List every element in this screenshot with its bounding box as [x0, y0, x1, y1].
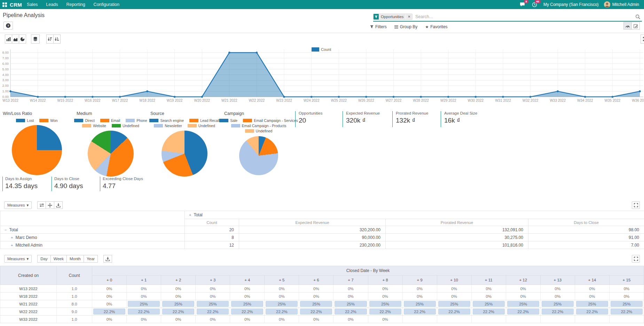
nav-menu-configuration[interactable]: Configuration — [94, 2, 119, 7]
plus-icon: + — [189, 213, 191, 217]
cohort-cell: 0% — [368, 293, 402, 300]
cohort-controls: Measures ▾ DayWeekMonthYear — [4, 255, 112, 263]
legend-item[interactable]: Email Campaign - Products — [231, 124, 286, 128]
interval-button-day[interactable]: Day — [37, 255, 50, 263]
cohort-icon-group — [103, 255, 112, 263]
pivot-row-label[interactable]: +Mitchell Admin — [0, 241, 185, 249]
nav-menu-leads[interactable]: Leads — [46, 2, 58, 7]
pivot-measure-header[interactable]: Days to Close — [528, 219, 644, 226]
cohort-row-label[interactable]: W22 2022 — [0, 308, 57, 316]
download-button[interactable] — [103, 255, 112, 263]
cohort-measures-button[interactable]: Measures ▾ — [4, 255, 32, 263]
legend-item[interactable]: Lost — [16, 118, 34, 123]
sort-descending-button[interactable] — [46, 34, 54, 44]
group-by-button[interactable]: Group By — [394, 24, 418, 29]
nav-menu-sales[interactable]: Sales — [27, 2, 38, 7]
legend-item[interactable]: Direct — [74, 118, 94, 123]
legend-item[interactable]: Lead Recall — [189, 118, 219, 123]
nav-menu-reporting[interactable]: Reporting — [66, 2, 85, 7]
cohort-cell-highlight: 25% — [473, 301, 505, 307]
pivot-cell: 90,000.00 — [239, 234, 386, 241]
cohort-row-label[interactable]: W13 2022 — [0, 285, 57, 293]
legend-item[interactable]: Email — [100, 118, 120, 123]
search-options-row: Filters Group By ★ Favorites — [370, 23, 448, 31]
pivot-measures-button[interactable]: Measures ▾ — [4, 201, 32, 209]
cohort-cell-highlight: 25% — [300, 301, 332, 307]
pivot-measure-header[interactable]: Prorated Revenue — [386, 219, 528, 226]
legend-swatch — [149, 119, 158, 122]
pivot-measure-header[interactable]: Count — [185, 219, 239, 226]
expand-all-button[interactable] — [46, 201, 54, 209]
search-facet[interactable]: Opportunities ✕ — [373, 14, 413, 20]
stacked-button[interactable] — [31, 34, 40, 44]
chart-legend-item[interactable]: Count — [312, 47, 331, 52]
cohort-cell — [609, 316, 644, 323]
cohort-cell-highlight: 25% — [542, 301, 574, 307]
interval-button-month[interactable]: Month — [66, 255, 84, 263]
filters-button[interactable]: Filters — [370, 24, 387, 29]
edit-view-button[interactable] — [631, 22, 640, 30]
legend-item[interactable]: Sale — [219, 118, 237, 123]
legend-item[interactable]: Undefined — [112, 124, 139, 128]
pie-legend-row: WebsiteUndefined — [74, 124, 148, 128]
favorites-button[interactable]: ★ Favorites — [425, 24, 447, 29]
legend-item[interactable]: Search engine — [149, 118, 184, 123]
facet-remove-icon[interactable]: ✕ — [406, 14, 412, 20]
pivot-row-name: Marc Demo — [15, 235, 37, 240]
dashboard-view-button[interactable] — [623, 22, 632, 30]
messages-button[interactable]: 8 — [519, 1, 526, 8]
cohort-cell-highlight: 22.2% — [507, 309, 539, 315]
pivot-group-header[interactable]: +Total — [185, 211, 644, 219]
cohort-row-label[interactable]: W18 2022 — [0, 293, 57, 300]
legend-swatch — [154, 124, 163, 127]
legend-item[interactable]: Email Campaign - Services — [243, 118, 298, 123]
app-title[interactable]: CRM — [10, 2, 22, 8]
chart-point — [447, 96, 449, 98]
sort-ascending-button[interactable] — [53, 34, 61, 44]
legend-item[interactable]: Undefined — [188, 124, 215, 128]
bar-chart-button[interactable] — [5, 34, 12, 44]
search-icon[interactable] — [635, 14, 641, 20]
company-switcher[interactable]: My Company (San Francisco) — [543, 2, 599, 7]
interval-button-week[interactable]: Week — [50, 255, 67, 263]
activities-button[interactable]: 46 — [531, 1, 538, 8]
interval-button-year[interactable]: Year — [84, 255, 98, 263]
cohort-cell-highlight: 25% — [335, 301, 367, 307]
kpi-block: Expected Revenue320k ₫ — [343, 111, 380, 127]
legend-item[interactable]: Won — [39, 118, 57, 123]
pie-chart-button[interactable] — [19, 34, 26, 44]
cohort-cell-highlight: 22.2% — [335, 309, 367, 315]
search-input[interactable] — [413, 14, 635, 19]
download-button[interactable] — [54, 201, 63, 209]
cohort-fullscreen-button[interactable] — [632, 255, 640, 263]
legend-item[interactable]: Website — [82, 124, 106, 128]
legend-item[interactable]: Phone — [126, 118, 147, 123]
pivot-row-label[interactable]: +Marc Demo — [0, 234, 185, 241]
cohort-cell: 0% — [196, 316, 230, 323]
cohort-cell-highlight: 22.2% — [162, 309, 194, 315]
graph-fullscreen-button[interactable] — [641, 34, 644, 44]
legend-label: Website — [93, 124, 106, 128]
apps-menu-icon[interactable] — [0, 0, 9, 9]
cohort-row-label[interactable]: W33 2022 — [0, 316, 57, 323]
legend-swatch — [112, 124, 121, 127]
cohort-cell: 0% — [265, 316, 299, 323]
pivot-fullscreen-button[interactable] — [632, 201, 640, 209]
pivot-measure-header[interactable]: Expected Revenue — [239, 219, 386, 226]
cohort-cell: 0% — [299, 293, 333, 300]
chart-point — [612, 96, 614, 98]
user-menu[interactable]: Mitchell Admin — [604, 1, 639, 8]
pivot-cell: 12 — [185, 241, 239, 249]
help-button[interactable]: ? — [3, 22, 13, 30]
chart-point — [475, 96, 477, 98]
legend-swatch — [312, 47, 319, 52]
cohort-cell: 0% — [540, 293, 575, 300]
activities-badge: 46 — [535, 0, 541, 3]
interval-button-group: DayWeekMonthYear — [37, 255, 98, 263]
flip-axis-button[interactable] — [37, 201, 46, 209]
line-chart-button[interactable] — [12, 34, 19, 44]
legend-item[interactable]: Undefined — [245, 129, 273, 133]
cohort-row-label[interactable]: W21 2022 — [0, 300, 57, 308]
pivot-row-label[interactable]: −Total — [0, 226, 185, 234]
legend-item[interactable]: Newsletter — [154, 124, 182, 128]
